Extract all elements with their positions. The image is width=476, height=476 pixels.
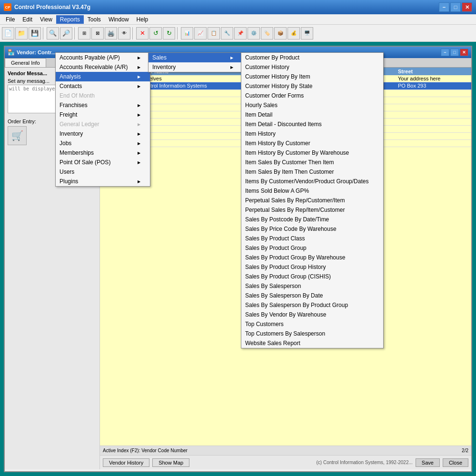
sales-item-item-history-by-customer[interactable]: Item History By Customer [241, 139, 383, 148]
toolbar-icon5-btn[interactable]: 📌 [234, 27, 247, 40]
title-bar: CP Control Professional V3.47g − □ ✕ [0, 0, 476, 14]
main-content: 🏪 Vendor: Contr... − □ ✕ General Info Ve… [0, 42, 476, 476]
reports-menu-jobs[interactable]: Jobs ▶ [56, 139, 150, 148]
sales-item-sales-by-salesperson[interactable]: Sales By Salesperson [241, 281, 383, 291]
sales-item-top-customers-by-salesperson[interactable]: Top Customers By Salesperson [241, 329, 383, 338]
save-button[interactable]: Save [416, 458, 440, 467]
sales-item-perpetual-sales-by-rep-item-customer[interactable]: Perpetual Sales By Rep/Item/Customer [241, 205, 383, 215]
sales-item-sales-by-salesperson-by-product-group[interactable]: Sales By Salesperson By Product Group [241, 300, 383, 310]
toolbar-icon8-btn[interactable]: 📦 [274, 27, 287, 40]
menu-help[interactable]: Help [133, 15, 152, 24]
toolbar-sep2 [74, 27, 76, 40]
toolbar-refresh2-btn[interactable]: ↻ [163, 27, 175, 40]
sales-item-item-detail[interactable]: Item Detail [241, 110, 383, 119]
vendor-close-btn[interactable]: ✕ [460, 49, 468, 56]
reports-menu-inventory[interactable]: Inventory ▶ [56, 129, 150, 139]
sales-item-sales-by-vendor-by-warehouse[interactable]: Sales By Vendor By Warehouse [241, 310, 383, 319]
sales-item-item-history[interactable]: Item History [241, 129, 383, 139]
analysis-arrow: ▶ [138, 75, 140, 79]
analysis-sub-inventory[interactable]: Inventory ▶ [149, 62, 243, 72]
reports-menu-memberships[interactable]: Memberships ▶ [56, 148, 150, 158]
analysis-inventory-arrow: ▶ [230, 65, 233, 69]
sales-item-customer-history-by-state[interactable]: Customer History By State [241, 81, 383, 91]
vendor-maximize-btn[interactable]: □ [450, 49, 459, 56]
sales-item-sales-by-product-group-by-warehouse[interactable]: Sales By Product Group By Warehouse [241, 253, 383, 262]
plugins-arrow: ▶ [138, 179, 140, 184]
sales-item-customer-history-by-item[interactable]: Customer History By Item [241, 72, 383, 81]
toolbar-search2-btn[interactable]: 🔎 [60, 27, 72, 40]
sales-item-sales-by-postcode[interactable]: Sales By Postcode By Date/Time [241, 215, 383, 224]
menu-tools[interactable]: Tools [84, 15, 105, 24]
sales-item-hourly-sales[interactable]: Hourly Sales [241, 100, 383, 110]
analysis-sales-arrow: ▶ [230, 56, 233, 60]
sales-item-items-sold-below-gp[interactable]: Items Sold Below A GP% [241, 186, 383, 196]
sales-item-item-sales-by-customer-then-item[interactable]: Item Sales By Customer Then Item [241, 158, 383, 167]
sales-item-sales-by-product-group[interactable]: Sales By Product Group [241, 243, 383, 253]
sales-item-customer-history[interactable]: Customer History [241, 62, 383, 72]
toolbar-icon2-btn[interactable]: 📈 [194, 27, 207, 40]
close-button[interactable]: ✕ [462, 2, 472, 12]
menu-edit[interactable]: Edit [19, 15, 36, 24]
toolbar-icon9-btn[interactable]: 💰 [288, 27, 300, 40]
reports-menu-accounts-payable[interactable]: Accounts Payable (A/P) ▶ [56, 53, 150, 62]
sales-item-customer-order-forms[interactable]: Customer Order Forms [241, 91, 383, 100]
toolbar-icon7-btn[interactable]: 🏷️ [261, 27, 273, 40]
toolbar-nav1-btn[interactable]: ⊞ [78, 27, 90, 40]
toolbar-icon6-btn[interactable]: ⚙️ [248, 27, 260, 40]
toolbar-sep1 [43, 27, 45, 40]
toolbar-sep4 [177, 27, 179, 40]
toolbar-save-btn[interactable]: 💾 [29, 27, 41, 40]
vendor-footer-close-button[interactable]: Close [443, 458, 468, 467]
sales-item-item-history-by-customer-by-warehouse[interactable]: Item History By Customer By Warehouse [241, 148, 383, 158]
toolbar-delete-btn[interactable]: ✕ [136, 27, 149, 40]
general-ledger-arrow: ▶ [138, 122, 140, 127]
maximize-button[interactable]: □ [450, 2, 461, 12]
reports-menu-contacts[interactable]: Contacts ▶ [56, 81, 150, 91]
sales-item-perpetual-sales-by-rep-customer-item[interactable]: Perpetual Sales By Rep/Customer/Item [241, 196, 383, 205]
toolbar-nav2-btn[interactable]: ⊠ [91, 27, 104, 40]
toolbar-preview-btn[interactable]: 👁 [118, 27, 130, 40]
reports-menu-users[interactable]: Users [56, 167, 150, 177]
reports-menu-plugins[interactable]: Plugins ▶ [56, 177, 150, 186]
reports-menu-freight[interactable]: Freight ▶ [56, 110, 150, 119]
menu-view[interactable]: View [36, 15, 56, 24]
analysis-submenu-container: Sales ▶ Inventory ▶ [148, 52, 243, 72]
vendor-minimize-btn[interactable]: − [441, 49, 449, 56]
reports-menu: Accounts Payable (A/P) ▶ Accounts Receiv… [55, 52, 150, 187]
sales-item-sales-by-product-group-history[interactable]: Sales By Product Group History [241, 262, 383, 272]
toolbar-print-btn[interactable]: 🖨️ [105, 27, 117, 40]
reports-menu-pos[interactable]: Point Of Sale (POS) ▶ [56, 158, 150, 167]
toolbar-open-btn[interactable]: 📁 [15, 27, 28, 40]
reports-memberships-label: Memberships [60, 149, 94, 156]
vendor-history-button[interactable]: Vendor History [103, 458, 149, 467]
sales-item-website-sales-report[interactable]: Website Sales Report [241, 338, 383, 348]
toolbar-refresh1-btn[interactable]: ↺ [149, 27, 162, 40]
reports-menu-franchises[interactable]: Franchises ▶ [56, 100, 150, 110]
col-header-street: Street [398, 69, 469, 74]
menu-reports[interactable]: Reports [56, 15, 84, 24]
toolbar-icon3-btn[interactable]: 📋 [208, 27, 220, 40]
toolbar-search1-btn[interactable]: 🔍 [47, 27, 59, 40]
vendor-tab-general-info[interactable]: General Info [5, 58, 46, 67]
analysis-sub-sales[interactable]: Sales ▶ [149, 53, 243, 62]
sales-item-items-by-customer-vendor[interactable]: Items By Customer/Vendor/Product Group/D… [241, 177, 383, 186]
toolbar-icon4-btn[interactable]: 🔧 [221, 27, 233, 40]
sales-item-customer-by-product[interactable]: Customer By Product [241, 53, 383, 62]
sales-item-sales-by-product-group-cishis[interactable]: Sales By Product Group (CISHIS) [241, 272, 383, 281]
main-window: CP Control Professional V3.47g − □ ✕ Fil… [0, 0, 476, 476]
menu-window[interactable]: Window [105, 15, 133, 24]
sales-item-sales-by-salesperson-by-date[interactable]: Sales By Salesperson By Date [241, 291, 383, 300]
reports-menu-analysis[interactable]: Analysis ▶ [56, 72, 150, 81]
sales-item-sales-by-product-class[interactable]: Sales By Product Class [241, 234, 383, 243]
sales-item-sales-by-price-code[interactable]: Sales By Price Code By Warehouse [241, 224, 383, 234]
minimize-button[interactable]: − [439, 2, 449, 12]
sales-item-item-detail-discounted[interactable]: Item Detail - Discounted Items [241, 119, 383, 129]
reports-menu-accounts-receivable[interactable]: Accounts Receivable (A/R) ▶ [56, 62, 150, 72]
sales-item-top-customers[interactable]: Top Customers [241, 319, 383, 329]
menu-file[interactable]: File [2, 15, 19, 24]
toolbar-icon1-btn[interactable]: 📊 [181, 27, 193, 40]
sales-item-item-sales-by-item-then-customer[interactable]: Item Sales By Item Then Customer [241, 167, 383, 177]
toolbar-icon10-btn[interactable]: 🖥️ [301, 27, 313, 40]
show-map-button[interactable]: Show Map [152, 458, 189, 467]
toolbar-new-btn[interactable]: 📄 [2, 27, 14, 40]
